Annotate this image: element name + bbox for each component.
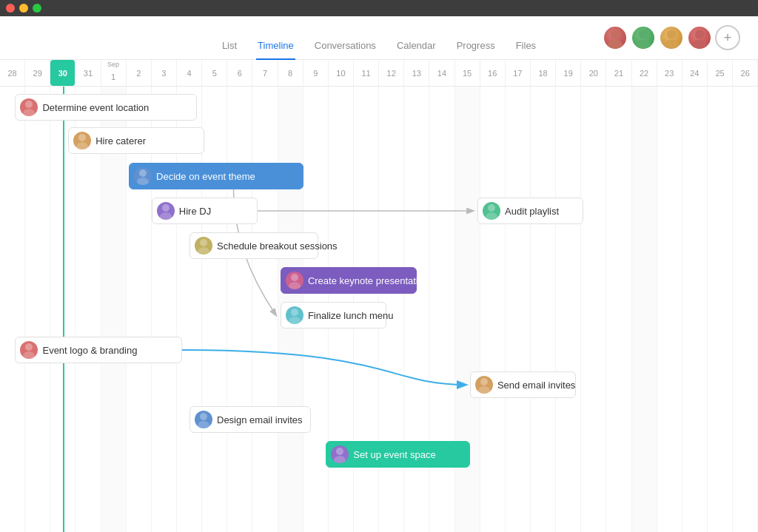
date-cell-2: 2 — [127, 60, 152, 86]
timeline-container: 28293031Sep12345678910111213141516171819… — [0, 60, 758, 532]
task-avatar-t2 — [73, 132, 91, 149]
tab-calendar[interactable]: Calendar — [395, 36, 437, 60]
task-label-t10: Send email invites — [497, 380, 576, 391]
date-cell-25: 25 — [708, 60, 733, 86]
task-label-t7: Create keynote presentation — [308, 275, 429, 286]
task-avatar-t1 — [20, 98, 38, 116]
date-cell-6: 6 — [227, 60, 252, 86]
task-label-t12: Set up event space — [353, 449, 435, 460]
task-t10[interactable]: Send email invites — [470, 371, 576, 398]
svg-point-13 — [137, 178, 149, 185]
date-cell-11: 11 — [354, 60, 379, 86]
date-cell-29: 29 — [25, 60, 50, 86]
add-member-button[interactable]: + — [715, 25, 740, 50]
grid-col-23 — [581, 87, 606, 532]
date-cell-20: 20 — [581, 60, 606, 86]
task-t12[interactable]: Set up event space — [326, 441, 470, 468]
grid-col-20 — [506, 87, 531, 532]
task-avatar-t11 — [195, 411, 212, 428]
svg-point-1 — [608, 40, 622, 50]
grid-col-25 — [632, 87, 657, 532]
date-cell-26: 26 — [733, 60, 758, 86]
close-button[interactable] — [6, 4, 15, 13]
date-cell-22: 22 — [632, 60, 657, 86]
svg-point-14 — [162, 204, 170, 212]
task-t2[interactable]: Hire caterer — [68, 127, 204, 154]
task-t5[interactable]: Audit playlist — [477, 198, 583, 224]
svg-point-12 — [139, 169, 147, 177]
svg-point-24 — [25, 343, 33, 351]
grid-col-19 — [480, 87, 506, 532]
date-cell-21: 21 — [606, 60, 631, 86]
task-t11[interactable]: Design email invites — [190, 406, 311, 433]
avatar-1[interactable] — [603, 25, 628, 50]
grid-col-24 — [606, 87, 631, 532]
task-label-t8: Finalize lunch menu — [308, 310, 394, 321]
svg-point-27 — [478, 386, 490, 394]
task-avatar-t12 — [331, 445, 349, 463]
svg-point-3 — [636, 40, 650, 50]
maximize-button[interactable] — [33, 4, 41, 13]
svg-point-26 — [480, 378, 488, 385]
task-label-t4: Hire DJ — [179, 206, 211, 217]
task-t9[interactable]: Event logo & branding — [15, 337, 181, 363]
svg-point-21 — [289, 282, 301, 289]
grid-col-1 — [25, 87, 50, 532]
task-avatar-t6 — [195, 237, 212, 255]
svg-point-18 — [200, 239, 207, 246]
task-t4[interactable]: Hire DJ — [152, 198, 258, 224]
date-cell-4: 4 — [177, 60, 202, 86]
avatar-3[interactable] — [659, 25, 684, 50]
svg-point-29 — [198, 421, 209, 428]
svg-point-19 — [198, 247, 209, 255]
tab-conversations[interactable]: Conversations — [313, 36, 378, 60]
task-label-t3: Decide on event theme — [156, 171, 255, 182]
grid-col-22 — [556, 87, 581, 532]
grid-col-9 — [227, 87, 252, 532]
date-cell-24: 24 — [682, 60, 708, 86]
task-avatar-t10 — [475, 376, 493, 394]
titlebar — [0, 0, 758, 16]
tab-files[interactable]: Files — [514, 36, 537, 60]
date-cell-15: 15 — [455, 60, 480, 86]
task-avatar-t8 — [286, 306, 303, 324]
svg-point-10 — [78, 134, 86, 141]
task-t1[interactable]: Determine event location — [15, 94, 197, 121]
date-cell-8: 8 — [278, 60, 303, 86]
today-line — [63, 87, 64, 532]
avatar-2[interactable] — [631, 25, 656, 50]
task-label-t1: Determine event location — [42, 102, 149, 113]
svg-point-28 — [200, 413, 207, 420]
date-cell-28: 28 — [0, 60, 25, 86]
svg-point-0 — [611, 30, 620, 38]
svg-point-11 — [76, 142, 88, 149]
avatar-group: + — [603, 25, 740, 50]
task-t8[interactable]: Finalize lunch menu — [281, 302, 386, 329]
task-avatar-t5 — [483, 202, 500, 220]
date-cell-19: 19 — [556, 60, 581, 86]
task-t6[interactable]: Schedule breakout sessions — [190, 232, 318, 259]
svg-point-5 — [664, 40, 678, 50]
avatar-4[interactable] — [687, 25, 712, 50]
task-avatar-t4 — [157, 202, 175, 220]
svg-point-7 — [692, 40, 706, 50]
svg-point-25 — [23, 351, 35, 359]
tab-timeline[interactable]: Timeline — [256, 36, 295, 60]
task-avatar-t9 — [20, 341, 38, 359]
tab-progress[interactable]: Progress — [455, 36, 497, 60]
date-cell-1: Sep1 — [101, 60, 127, 86]
grid-col-26 — [657, 87, 682, 532]
date-cell-30: 30 — [50, 60, 76, 86]
task-label-t6: Schedule breakout sessions — [217, 240, 338, 252]
date-cell-18: 18 — [531, 60, 556, 86]
grid-col-10 — [252, 87, 278, 532]
task-label-t11: Design email invites — [217, 414, 303, 425]
header: + — [0, 16, 758, 28]
tab-list[interactable]: List — [221, 36, 238, 60]
svg-point-9 — [23, 109, 35, 116]
minimize-button[interactable] — [19, 4, 28, 13]
date-ruler: 28293031Sep12345678910111213141516171819… — [0, 60, 758, 87]
svg-point-4 — [667, 30, 676, 38]
task-t7[interactable]: Create keynote presentation — [281, 267, 417, 294]
task-t3[interactable]: Decide on event theme — [129, 163, 303, 189]
